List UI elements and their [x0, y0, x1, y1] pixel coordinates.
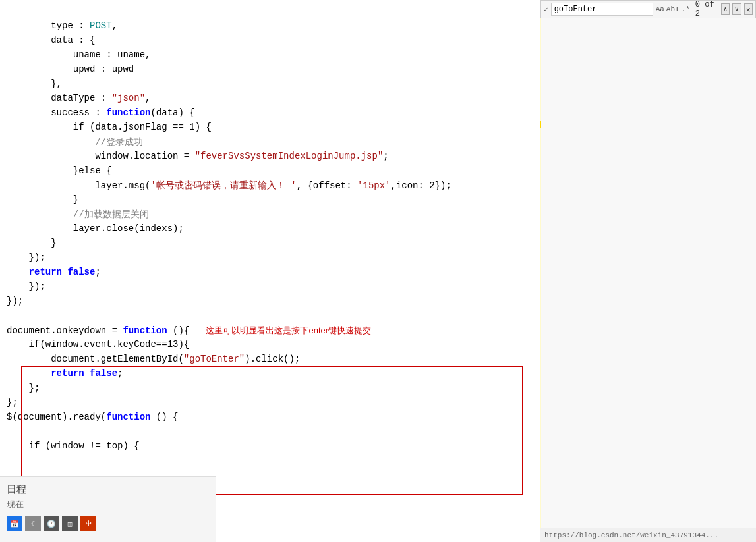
code-line-1: type : POST,: [0, 20, 540, 34]
code-line-18: return false;: [0, 266, 540, 281]
schedule-title: 日程: [7, 483, 209, 496]
code-text: data : {: [7, 35, 95, 45]
code-line-28: $(document).ready(function () {: [0, 411, 540, 425]
code-line-11: }else {: [0, 165, 540, 179]
code-text: type : POST,: [7, 20, 117, 31]
code-text: }: [7, 238, 57, 248]
search-close-button[interactable]: ✕: [744, 3, 753, 15]
search-check-icon: ✓: [544, 5, 548, 14]
code-text: uname : uname,: [7, 49, 150, 60]
code-line-3: uname : uname,: [0, 49, 540, 63]
code-text: }: [7, 194, 78, 205]
code-text: return false;: [7, 368, 123, 379]
code-text: $(document).ready(function () {: [7, 412, 178, 422]
url-bar: https://blog.csdn.net/weixin_43791344...: [540, 528, 756, 542]
moon-icon[interactable]: ☾: [25, 516, 41, 531]
code-line-5: },: [0, 78, 540, 92]
code-line-27: };: [0, 396, 540, 411]
calendar-icon[interactable]: 📅: [7, 516, 22, 531]
code-line-15: layer.close(indexs);: [0, 223, 540, 237]
code-text: },: [7, 78, 62, 89]
code-line-17: });: [0, 252, 540, 266]
search-next-button[interactable]: ∨: [732, 3, 741, 15]
code-line-12: layer.msg('帐号或密码错误，请重新输入！ ', {offset: '1…: [0, 179, 540, 194]
code-text: document.getElementById("goToEnter").cli…: [7, 354, 300, 364]
code-text: });: [7, 252, 45, 263]
code-line-24: document.getElementById("goToEnter").cli…: [0, 353, 540, 367]
code-text: });: [7, 281, 45, 292]
code-text: return false;: [7, 267, 101, 277]
code-line-26: };: [0, 382, 540, 396]
code-text: document.onkeydown = function (){ 这里可以明显…: [7, 325, 371, 337]
regex-option[interactable]: .*: [682, 5, 690, 13]
code-line-8: if (data.jsonFlag == 1) {: [0, 121, 540, 136]
right-panel: [540, 0, 756, 542]
schedule-section: 日程 现在 📅 ☾ 🕐 ◫ 中: [0, 476, 216, 542]
code-text: layer.close(indexs);: [7, 223, 184, 234]
code-text: //登录成功: [7, 136, 143, 148]
code-line-22: document.onkeydown = function (){ 这里可以明显…: [0, 324, 540, 339]
clock-icon[interactable]: 🕐: [44, 516, 59, 531]
search-bar: ✓ Aa AbI .* 0 of 2 ∧ ∨ ✕: [540, 0, 756, 18]
code-text: window.location = "feverSvsSystemIndexLo…: [7, 151, 389, 161]
schedule-toolbar: 📅 ☾ 🕐 ◫ 中: [7, 516, 209, 531]
screen-icon[interactable]: ◫: [62, 516, 78, 531]
code-text: };: [7, 383, 40, 393]
code-line-10: window.location = "feverSvsSystemIndexLo…: [0, 150, 540, 165]
search-options: Aa AbI .*: [656, 5, 690, 13]
code-text: //加载数据层关闭: [7, 209, 149, 221]
code-text: if (window != top) {: [7, 441, 140, 451]
code-line-25: return false;: [0, 367, 540, 382]
code-editor: type : POST, data : { uname : uname, upw…: [0, 0, 540, 542]
code-text: dataType : "json",: [7, 93, 150, 103]
match-word-option[interactable]: AbI: [666, 5, 680, 13]
code-text: success : function(data) {: [7, 107, 195, 118]
match-case-option[interactable]: Aa: [656, 5, 664, 13]
code-line-30: if (window != top) {: [0, 440, 540, 454]
code-line-4: upwd : upwd: [0, 63, 540, 78]
code-line-2: data : {: [0, 34, 540, 49]
code-text: };: [7, 397, 18, 408]
code-text: layer.msg('帐号或密码错误，请重新输入！ ', {offset: '1…: [7, 180, 451, 192]
code-line-6: dataType : "json",: [0, 92, 540, 107]
zh-icon[interactable]: 中: [80, 516, 96, 531]
code-line-29: [0, 425, 540, 440]
code-text: if(window.event.keyCode==13){: [7, 339, 189, 350]
search-count: 0 of 2: [693, 0, 718, 18]
search-prev-button[interactable]: ∧: [721, 3, 730, 15]
code-line-20: });: [0, 295, 540, 310]
code-text: }else {: [7, 165, 112, 176]
code-text: if (data.jsonFlag == 1) {: [7, 122, 212, 132]
url-text: https://blog.csdn.net/weixin_43791344...: [544, 531, 718, 539]
code-text: });: [7, 296, 23, 306]
code-line-19: });: [0, 281, 540, 295]
code-text: upwd : upwd: [7, 64, 134, 74]
code-line-21: [0, 310, 540, 324]
code-line-7: success : function(data) {: [0, 107, 540, 121]
code-line-16: }: [0, 237, 540, 252]
code-line-14: //加载数据层关闭: [0, 208, 540, 223]
code-line-13: }: [0, 194, 540, 208]
schedule-now-label: 现在: [7, 499, 209, 510]
search-input[interactable]: [551, 3, 653, 16]
code-line-23: if(window.event.keyCode==13){: [0, 339, 540, 353]
code-line-9: //登录成功: [0, 136, 540, 150]
